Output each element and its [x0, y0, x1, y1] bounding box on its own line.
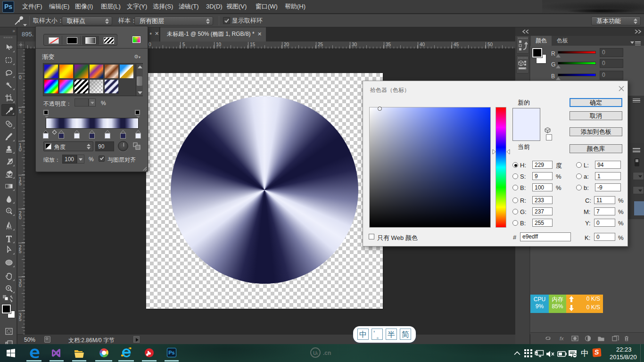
svg-text:fx: fx — [560, 336, 564, 341]
